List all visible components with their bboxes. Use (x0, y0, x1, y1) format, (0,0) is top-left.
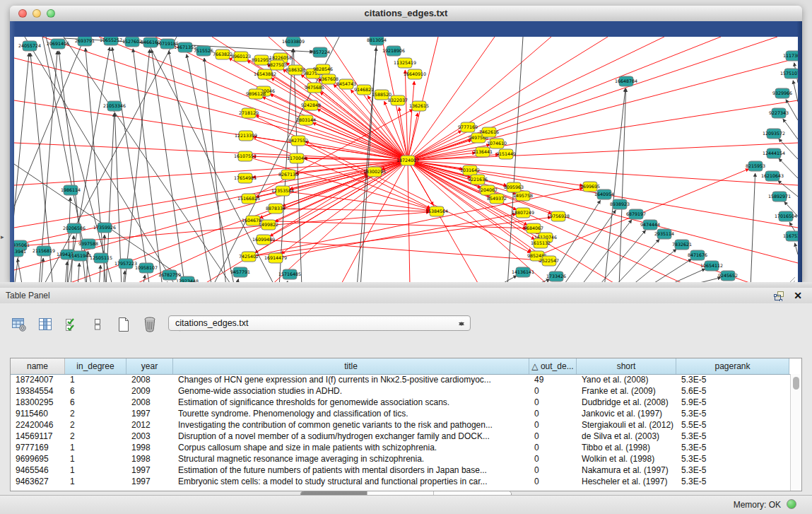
network-node[interactable]: 20206586 (63, 223, 86, 233)
network-node[interactable]: 9329966 (772, 88, 792, 98)
table-row[interactable]: 1830029562008Estimation of significance … (11, 397, 791, 408)
row-selector-icon[interactable] (88, 315, 107, 334)
network-node[interactable]: 18807249 (512, 208, 534, 218)
network-node[interactable]: 1117304 (783, 51, 798, 61)
network-node[interactable]: 11325419 (394, 58, 416, 68)
network-node[interactable]: 8322037 (388, 95, 408, 105)
column-header-year[interactable]: year (126, 358, 173, 374)
network-node[interactable]: 15751074 (780, 69, 798, 78)
float-panel-icon[interactable] (774, 291, 785, 301)
network-node[interactable]: 1527602 (122, 37, 142, 47)
show-column-icon[interactable] (36, 315, 54, 334)
network-node[interactable]: 17016504 (775, 211, 797, 221)
network-node[interactable]: 6879197 (626, 209, 646, 219)
hidden-panel-arrow[interactable]: ▸ (1, 233, 4, 240)
network-node[interactable]: 7425402 (239, 252, 259, 262)
network-node[interactable]: 8471676 (688, 250, 707, 260)
network-node[interactable]: 9896128 (246, 89, 266, 99)
network-node[interactable]: 19218906 (382, 46, 405, 56)
table-row[interactable]: 946362711997Embryonic stem cells: a mode… (11, 476, 791, 487)
network-node[interactable]: 8215953 (746, 161, 765, 171)
network-node[interactable]: 8454743 (336, 79, 356, 89)
network-node[interactable]: 15166825 (237, 194, 260, 204)
network-node[interactable]: 7462616 (479, 127, 499, 137)
network-node[interactable]: 8938923 (610, 199, 630, 209)
network-node[interactable]: 2136441 (473, 147, 493, 157)
network-node[interactable]: 8186328 (286, 65, 305, 75)
network-node[interactable]: 2718129 (239, 108, 259, 118)
network-node[interactable]: 20691406 (47, 39, 69, 49)
network-node[interactable]: 8095963 (504, 182, 524, 192)
network-node[interactable]: 16543882 (254, 69, 276, 79)
network-node[interactable]: 9777169 (458, 122, 478, 132)
delete-column-icon[interactable] (141, 315, 159, 334)
close-panel-icon[interactable]: ✕ (794, 289, 802, 302)
column-header-in-degree[interactable]: in_degree (65, 358, 126, 374)
network-node[interactable]: 2693791 (75, 37, 95, 46)
network-node[interactable]: 8549372 (487, 194, 507, 204)
network-node[interactable]: 7832621 (672, 240, 692, 250)
table-row[interactable]: 1456911722003Disruption of a novel membe… (11, 431, 791, 442)
network-node[interactable]: 10958107 (135, 263, 158, 273)
network-node[interactable]: 15384564 (425, 206, 448, 216)
scrollbar-thumb[interactable] (793, 377, 799, 390)
network-node[interactable]: 14136141 (512, 267, 534, 277)
citation-network-graph[interactable]: 1872400776638228960123891295518226058982… (14, 37, 798, 288)
network-node[interactable]: 9227343 (769, 108, 789, 118)
select-all-rows-icon[interactable] (62, 315, 81, 334)
network-node[interactable]: 7857224 (310, 47, 330, 57)
network-node[interactable]: 9475685 (305, 83, 324, 93)
network-node[interactable]: 16210643 (761, 171, 784, 181)
network-node[interactable]: 21156819 (33, 246, 55, 256)
network-canvas[interactable]: 1872400776638228960123891295518226058982… (14, 37, 798, 288)
network-node[interactable]: 9457791 (230, 267, 250, 277)
network-node[interactable]: 16914479 (264, 253, 287, 263)
network-node[interactable]: 15716485 (278, 269, 301, 279)
new-column-icon[interactable] (114, 315, 133, 334)
network-node[interactable]: 16640910 (404, 69, 426, 79)
network-node[interactable]: 15892971 (768, 192, 791, 201)
network-node[interactable]: 9242848 (301, 100, 321, 110)
network-node[interactable]: 3913941 (14, 247, 26, 257)
network-node[interactable]: 9827503 (267, 60, 287, 70)
network-node[interactable]: 12353584 (271, 186, 294, 196)
network-node[interactable]: 17957223 (114, 259, 137, 269)
network-node[interactable]: 12093572 (763, 129, 785, 139)
network-node[interactable]: 9397588 (78, 239, 98, 249)
table-mode-icon[interactable] (10, 315, 28, 334)
network-node[interactable]: 1031642 (460, 165, 480, 175)
network-node[interactable]: 17654985 (234, 173, 257, 183)
network-node[interactable]: 17359926 (93, 223, 116, 233)
network-node[interactable]: 2367608 (319, 74, 339, 84)
table-row[interactable]: 1938455462009Genome-wide association stu… (11, 385, 791, 397)
network-node[interactable]: 21053346 (103, 101, 126, 111)
table-row[interactable]: 2242004622012Investigating the contribut… (11, 419, 791, 431)
network-node[interactable]: 9684067 (524, 223, 543, 233)
network-node[interactable]: 8813054 (367, 37, 387, 45)
column-header-short[interactable]: short (577, 358, 676, 374)
network-node[interactable]: 24055724 (18, 41, 41, 51)
network-node[interactable]: 9151449 (496, 149, 516, 159)
network-node[interactable]: 9828546 (313, 64, 333, 74)
network-node[interactable]: 8960123 (231, 52, 251, 62)
network-node[interactable]: 16033809 (282, 37, 305, 47)
network-node[interactable]: 8878334 (266, 204, 286, 214)
table-row[interactable]: 911546021997Tourette syndrome. Phenomeno… (11, 408, 791, 419)
network-node[interactable]: 1499822 (259, 220, 278, 230)
table-selector-dropdown[interactable]: citations_edges.txt (168, 315, 471, 331)
network-node[interactable]: 12444154 (763, 148, 785, 158)
network-node[interactable]: 1615132 (531, 238, 551, 248)
network-node[interactable]: 7663822 (213, 49, 233, 59)
column-header-title[interactable]: title (173, 358, 529, 374)
network-node[interactable]: 10655257 (100, 37, 122, 45)
network-node[interactable]: 7515526 (194, 46, 213, 56)
table-row[interactable]: 969969511998Structural magnetic resonanc… (11, 453, 791, 465)
panel-splitter[interactable] (0, 282, 812, 288)
network-node[interactable]: 9221636 (468, 175, 488, 185)
network-node[interactable]: 2803144 (296, 115, 316, 125)
network-node[interactable]: 1986114 (61, 185, 81, 195)
network-node[interactable]: 1640954 (594, 189, 614, 199)
memory-ok-light[interactable] (787, 499, 796, 509)
network-node[interactable]: 1733426 (546, 271, 566, 281)
table-row[interactable]: 946554611997Estimation of the future num… (11, 465, 791, 476)
